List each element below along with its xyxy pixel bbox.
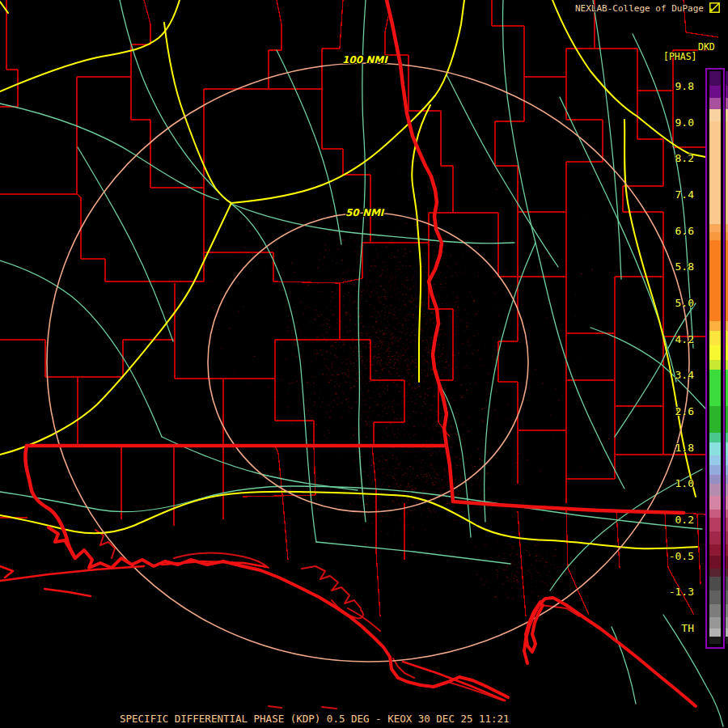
scale-color-segment: [709, 121, 721, 224]
scale-color-segment: [709, 71, 721, 86]
coastline: [49, 527, 696, 706]
scale-color-segment: [709, 232, 721, 240]
scale-color-segment: [709, 370, 721, 406]
county-lines: [0, 0, 718, 616]
range-ring-label-100nmi: 100 NMI: [342, 54, 387, 66]
range-ring-label-50nmi: 50 NMI: [345, 207, 383, 218]
bay-detail-lines: [95, 530, 579, 709]
scale-label: 6.6: [662, 225, 694, 237]
scale-color-segment: [709, 518, 721, 531]
scale-label: -1.3: [662, 586, 694, 598]
product-code-label: DKD: [698, 41, 715, 53]
scale-label: 5.0: [662, 297, 694, 309]
scale-color-segment: [709, 240, 721, 321]
scale-color-segment: [709, 406, 721, 433]
scale-color-segment: [709, 86, 721, 98]
scale-label: 5.8: [662, 260, 694, 273]
scale-label: 9.8: [662, 80, 694, 92]
scale-label: 9.0: [662, 116, 694, 129]
scale-color-segment: [709, 569, 721, 577]
scale-color-segment: [709, 484, 721, 496]
radar-map-canvas: [0, 0, 728, 728]
cod-logo-icon: [709, 2, 720, 13]
scale-label: 4.2: [662, 333, 694, 345]
scale-color-segment: [709, 455, 721, 465]
highways-yellow: [0, 0, 705, 548]
scale-label: 1.8: [662, 442, 694, 454]
range-ring-50-nmi: [208, 213, 528, 512]
scale-color-segment: [709, 433, 721, 442]
state-borders: [25, 0, 684, 558]
product-units-label: [PHAS]: [663, 51, 697, 62]
scale-color-segment: [709, 577, 721, 590]
scale-label: 3.4: [662, 369, 694, 381]
scale-color-segment: [709, 331, 721, 345]
scale-color-segment: [709, 109, 721, 121]
scale-label: 7.4: [662, 188, 694, 201]
scale-color-segment: [709, 345, 721, 360]
scale-color-segment: [709, 590, 721, 604]
scale-color-segment: [709, 360, 721, 370]
scale-color-segment: [709, 531, 721, 544]
scale-color-segment: [709, 465, 721, 475]
scale-color-segment: [709, 617, 721, 629]
color-scale-bar: [705, 68, 725, 649]
barrier-islands: [0, 561, 505, 700]
scale-color-segment: [709, 98, 721, 109]
scale-label: 2.6: [662, 405, 694, 417]
scale-color-segment: [709, 510, 721, 518]
range-ring-100-nmi: [47, 63, 689, 662]
scale-label: 0.2: [662, 514, 694, 526]
scale-color-segment: [709, 496, 721, 510]
radar-display: NEXLAB-College of DuPage DKD [PHAS] 100 …: [0, 0, 728, 728]
scale-label: 1.0: [662, 477, 694, 489]
range-rings: [47, 63, 689, 662]
scale-color-segment: [709, 604, 721, 617]
scale-color-segment: [709, 629, 721, 637]
scale-color-segment: [709, 556, 721, 569]
scale-color-segment: [709, 321, 721, 331]
product-title: SPECIFIC DIFFERENTIAL PHASE (KDP) 0.5 DE…: [120, 713, 510, 725]
scale-color-segment: [709, 475, 721, 484]
scale-color-segment: [709, 544, 721, 556]
station-header: NEXLAB-College of DuPage: [575, 3, 704, 14]
scale-label: -0.5: [662, 550, 694, 562]
scale-label: 8.2: [662, 152, 694, 164]
scale-color-segment: [709, 442, 721, 455]
scale-color-segment: [709, 224, 721, 232]
scale-color-segment: [709, 637, 721, 644]
scale-label: TH: [662, 622, 694, 634]
